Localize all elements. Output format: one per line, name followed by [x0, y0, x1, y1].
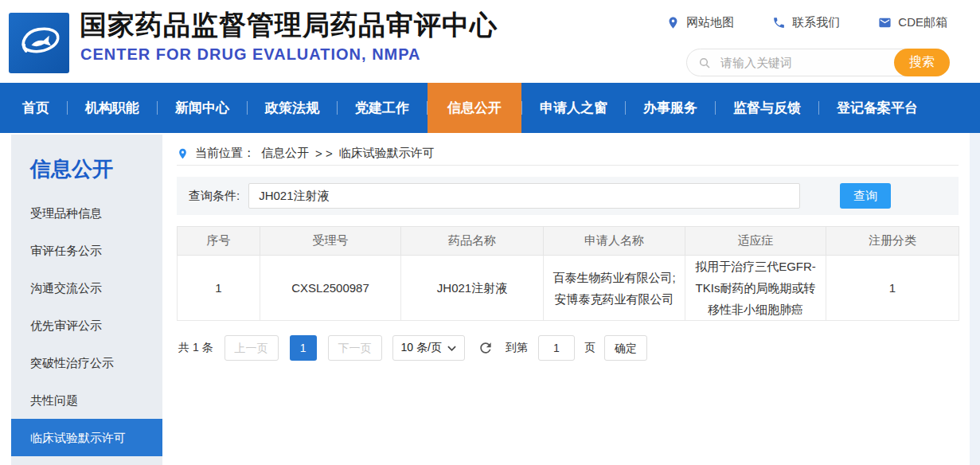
scrollbar-track[interactable] [970, 133, 980, 465]
cde-logo[interactable] [9, 13, 69, 73]
page-size-select[interactable]: 10 条/页 [392, 335, 465, 361]
page-size-value: 10 条/页 [401, 341, 442, 355]
cde-mail-link[interactable]: CDE邮箱 [878, 15, 947, 30]
column-header-registration-class: 注册分类 [826, 227, 959, 256]
search-button[interactable]: 搜索 [894, 49, 950, 76]
sidebar-item-clinical-trial-implied-license[interactable]: 临床试验默示许可 [11, 419, 162, 456]
query-label: 查询条件: [189, 189, 240, 204]
column-header-applicant: 申请人名称 [544, 227, 685, 256]
header-quick-links: 网站地图 联系我们 CDE邮箱 [666, 15, 947, 30]
breadcrumb-page[interactable]: 临床试验默示许可 [339, 146, 435, 161]
goto-page-input[interactable] [538, 335, 575, 361]
cell-seq: 1 [178, 256, 260, 321]
nav-item-home[interactable]: 首页 [5, 83, 67, 133]
column-header-indication: 适应症 [685, 227, 826, 256]
query-button[interactable]: 查询 [840, 183, 891, 209]
nav-item-org-functions[interactable]: 机构职能 [68, 83, 157, 133]
prev-page-button[interactable]: 上一页 [225, 335, 279, 361]
location-pin-icon [666, 16, 680, 29]
sidebar: 信息公开 受理品种信息 审评任务公示 沟通交流公示 优先审评公示 突破性治疗公示… [11, 135, 162, 465]
phone-icon [772, 16, 786, 29]
sidebar-item-breakthrough-therapy[interactable]: 突破性治疗公示 [11, 344, 162, 381]
current-page-button[interactable]: 1 [290, 335, 317, 361]
breadcrumb-label: 当前位置： [195, 146, 255, 161]
cde-mail-link-label: CDE邮箱 [898, 15, 947, 30]
contact-link-label: 联系我们 [792, 15, 840, 30]
column-header-seq: 序号 [178, 227, 260, 256]
nav-item-applicant-window[interactable]: 申请人之窗 [522, 83, 625, 133]
site-title-english: CENTER FOR DRUG EVALUATION, NMPA [80, 45, 421, 64]
site-header: 国家药品监督管理局药品审评中心 CENTER FOR DRUG EVALUATI… [0, 0, 980, 83]
confirm-button[interactable]: 确定 [604, 335, 647, 361]
sidebar-item-priority-review[interactable]: 优先审评公示 [11, 307, 162, 344]
sidebar-item-accepted-varieties[interactable]: 受理品种信息 [11, 194, 162, 232]
next-page-button[interactable]: 下一页 [328, 335, 382, 361]
breadcrumb-separator: > > [315, 147, 333, 160]
mail-icon [878, 16, 892, 29]
sidebar-item-communication[interactable]: 沟通交流公示 [11, 269, 162, 307]
sidebar-item-review-tasks[interactable]: 审评任务公示 [11, 232, 162, 269]
column-header-drug-name: 药品名称 [401, 227, 544, 256]
query-input[interactable] [248, 183, 800, 209]
nav-item-policies[interactable]: 政策法规 [248, 83, 337, 133]
location-pin-icon [177, 147, 189, 161]
main-nav: 首页 机构职能 新闻中心 政策法规 党建工作 信息公开 申请人之窗 办事服务 监… [0, 83, 980, 133]
refresh-button[interactable] [478, 339, 495, 357]
site-title-chinese: 国家药品监督管理局药品审评中心 [80, 7, 498, 44]
page: 国家药品监督管理局药品审评中心 CENTER FOR DRUG EVALUATI… [0, 0, 980, 465]
breadcrumb-section[interactable]: 信息公开 [261, 146, 309, 161]
nav-item-party-building[interactable]: 党建工作 [338, 83, 427, 133]
cell-drug-name: JH021注射液 [401, 256, 544, 321]
chevron-down-icon [447, 346, 456, 351]
nav-item-services[interactable]: 办事服务 [626, 83, 715, 133]
column-header-acceptance-no: 受理号 [260, 227, 401, 256]
search-input[interactable] [719, 51, 878, 74]
breadcrumb: 当前位置： 信息公开 > > 临床试验默示许可 [177, 142, 959, 166]
cell-acceptance-no: CXSL2500987 [260, 256, 401, 321]
cell-indication: 拟用于治疗三代EGFR-TKIs耐药的局晚期或转移性非小细胞肺癌 [685, 256, 826, 321]
sidebar-item-common-issues[interactable]: 共性问题 [11, 381, 162, 419]
sitemap-link[interactable]: 网站地图 [666, 15, 734, 30]
logo-swirl-icon [9, 13, 69, 73]
table-header-row: 序号 受理号 药品名称 申请人名称 适应症 注册分类 [178, 227, 959, 256]
refresh-icon [478, 340, 494, 356]
search-icon [698, 57, 711, 69]
cell-applicant: 百泰生物药业有限公司;安博泰克药业有限公司 [544, 256, 685, 321]
goto-page-unit: 页 [584, 341, 595, 355]
nav-item-info-disclosure[interactable]: 信息公开 [428, 83, 521, 133]
cell-registration-class: 1 [826, 256, 959, 321]
pagination: 共 1 条 上一页 1 下一页 10 条/页 到第 页 确定 [178, 335, 647, 361]
sitemap-link-label: 网站地图 [686, 15, 734, 30]
site-search: 搜索 [686, 49, 950, 76]
sidebar-title: 信息公开 [30, 155, 162, 183]
results-table: 序号 受理号 药品名称 申请人名称 适应症 注册分类 1 CXSL2500987… [177, 226, 959, 321]
query-bar: 查询条件: 查询 [177, 177, 959, 215]
goto-page-label: 到第 [506, 341, 528, 355]
nav-item-news[interactable]: 新闻中心 [158, 83, 247, 133]
total-count: 共 1 条 [178, 341, 213, 355]
nav-item-registration-platform[interactable]: 登记备案平台 [819, 83, 935, 133]
contact-link[interactable]: 联系我们 [772, 15, 840, 30]
table-row: 1 CXSL2500987 JH021注射液 百泰生物药业有限公司;安博泰克药业… [178, 256, 959, 321]
nav-item-supervision-feedback[interactable]: 监督与反馈 [716, 83, 818, 133]
